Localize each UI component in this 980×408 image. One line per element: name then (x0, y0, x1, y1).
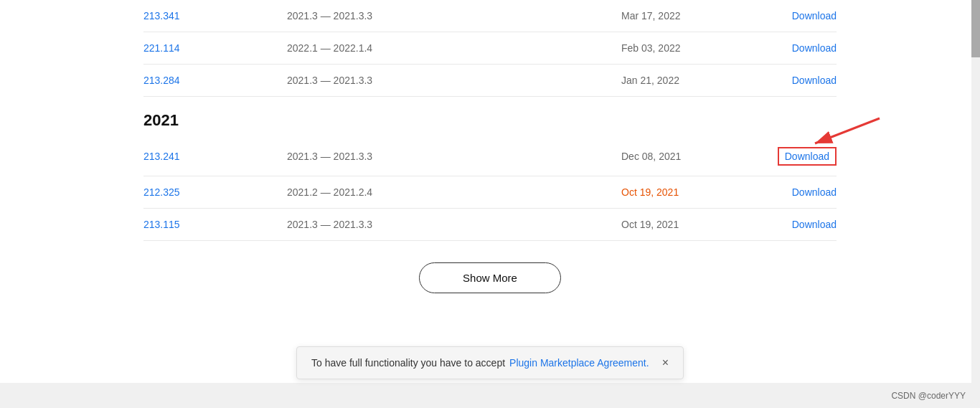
notification-text: To have full functionality you have to a… (311, 357, 505, 369)
download-link[interactable]: Download (792, 186, 837, 198)
date-cell: Mar 17, 2022 (621, 10, 750, 22)
range-cell: 2021.2 — 2021.2.4 (287, 186, 621, 198)
download-link[interactable]: Download (792, 10, 837, 22)
footer-bar: CSDN @coderYYY (0, 383, 980, 408)
date-cell: Dec 08, 2021 (621, 151, 750, 162)
table-row: 213.115 2021.3 — 2021.3.3 Oct 19, 2021 D… (143, 209, 837, 241)
date-cell: Jan 21, 2022 (621, 75, 750, 86)
version-link[interactable]: 221.114 (143, 42, 180, 54)
version-cell: 213.115 (143, 219, 287, 230)
version-link[interactable]: 213.115 (143, 219, 180, 230)
action-cell: Download (750, 75, 837, 86)
show-more-button[interactable]: Show More (419, 262, 561, 293)
range-cell: 2021.3 — 2021.3.3 (287, 151, 621, 162)
table-row: 213.341 2021.3 — 2021.3.3 Mar 17, 2022 D… (143, 0, 837, 32)
table-row: 212.325 2021.2 — 2021.2.4 Oct 19, 2021 D… (143, 176, 837, 209)
range-cell: 2021.3 — 2021.3.3 (287, 75, 621, 86)
date-cell-orange: Oct 19, 2021 (621, 186, 750, 198)
version-cell: 213.341 (143, 10, 287, 22)
action-cell: Download (750, 42, 837, 54)
date-cell: Oct 19, 2021 (621, 219, 750, 230)
top-table-section: 213.341 2021.3 — 2021.3.3 Mar 17, 2022 D… (143, 0, 837, 97)
version-link[interactable]: 212.325 (143, 186, 180, 198)
range-cell: 2021.3 — 2021.3.3 (287, 10, 621, 22)
scrollbar-track[interactable] (971, 0, 980, 408)
action-cell: Download (750, 10, 837, 22)
version-link[interactable]: 213.341 (143, 10, 180, 22)
version-cell: 221.114 (143, 42, 287, 54)
footer-text: CSDN @coderYYY (891, 391, 966, 401)
table-row: 213.241 2021.3 — 2021.3.3 Dec 08, 2021 D… (143, 137, 837, 176)
page-wrapper: 213.341 2021.3 — 2021.3.3 Mar 17, 2022 D… (0, 0, 980, 408)
download-link-highlighted[interactable]: Download (778, 147, 837, 166)
version-cell: 212.325 (143, 186, 287, 198)
content-area: 213.341 2021.3 — 2021.3.3 Mar 17, 2022 D… (0, 0, 980, 322)
notification-close-button[interactable]: × (662, 357, 669, 369)
version-cell: 213.284 (143, 75, 287, 86)
download-link[interactable]: Download (792, 219, 837, 230)
date-cell: Feb 03, 2022 (621, 42, 750, 54)
year-heading: 2021 (143, 97, 837, 137)
download-link[interactable]: Download (792, 75, 837, 86)
range-cell: 2022.1 — 2022.1.4 (287, 42, 621, 54)
table-row: 221.114 2022.1 — 2022.1.4 Feb 03, 2022 D… (143, 32, 837, 65)
version-link[interactable]: 213.284 (143, 75, 180, 86)
range-cell: 2021.3 — 2021.3.3 (287, 219, 621, 230)
download-link[interactable]: Download (792, 42, 837, 54)
show-more-container: Show More (143, 241, 837, 322)
scrollbar-thumb[interactable] (971, 0, 980, 57)
table-row: 213.284 2021.3 — 2021.3.3 Jan 21, 2022 D… (143, 65, 837, 97)
year-section-2021: 2021 213.241 2021.3 — 2021.3.3 Dec 08, 2… (143, 97, 837, 241)
action-cell: Download (750, 186, 837, 198)
notification-banner: To have full functionality you have to a… (296, 346, 684, 379)
action-cell: Download (750, 219, 837, 230)
action-cell-highlighted: Download (750, 147, 837, 166)
notification-link[interactable]: Plugin Marketplace Agreement. (509, 357, 649, 369)
version-cell: 213.241 (143, 151, 287, 162)
version-link[interactable]: 213.241 (143, 151, 180, 162)
